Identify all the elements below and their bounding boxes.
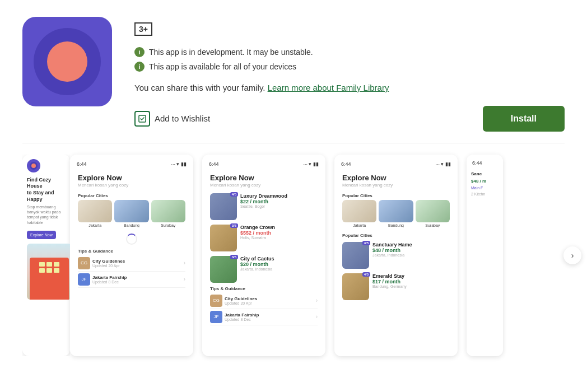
tip-arrow-3: › xyxy=(316,297,318,304)
popular-cities-3: Jakarta Bandung Surabay xyxy=(339,200,453,227)
family-share-text: You can share this with your family. Lea… xyxy=(134,82,565,95)
listing-item-s1: 4/5 Sanctuary Hame $48 / month Jakarta, … xyxy=(339,240,453,271)
right-detail1: Main F xyxy=(470,185,500,191)
window xyxy=(46,262,52,267)
listing-info-1: Luxury Dreamwood $22 / month Seattle, Bo… xyxy=(240,193,318,208)
age-badge: 3+ xyxy=(134,22,152,36)
listing-item-1: 4/5 Luxury Dreamwood $22 / month Seattle… xyxy=(207,191,321,222)
app-icon-container xyxy=(22,17,112,106)
city-img-s3 xyxy=(416,200,450,222)
tip-text-1: City Guidelines Updated 20 Apr xyxy=(92,259,181,268)
mini-subtext: Stop membuang banyak waktu pada tempat y… xyxy=(27,204,66,225)
window xyxy=(54,262,59,267)
mini-dot xyxy=(31,164,36,168)
info-item-1: i This app is in development. It may be … xyxy=(134,47,565,57)
icon-dot xyxy=(47,41,87,82)
wishlist-icon xyxy=(134,111,150,127)
app-icon xyxy=(22,17,112,106)
mini-headline: Find Cozy House to Stay and Happy xyxy=(27,177,66,203)
mini-app-logo xyxy=(27,159,40,172)
tip-icon-3: CG xyxy=(210,295,222,307)
phone-mockup-3: 6:44 ··· ▾ ▮▮ Explore Now Mencari kosan … xyxy=(334,155,458,356)
screenshot-card-3: 6:44 ··· ▾ ▮▮ Explore Now Mencari kosan … xyxy=(334,155,458,356)
phone-header-3: Explore Now Mencari kosan yang cozy xyxy=(339,171,453,191)
action-row: Add to Wishlist Install xyxy=(134,106,565,132)
window xyxy=(46,268,52,273)
listing-img-s2: 4/5 xyxy=(342,273,369,300)
info-icon-2: i xyxy=(134,62,145,72)
phone-mockup-2: 6:44 ··· ▾ ▮▮ Explore Now Mencari kosan … xyxy=(202,155,325,356)
listing-item-s2: 4/5 Emerald Stay $17 / month Bandung, Ge… xyxy=(339,271,453,302)
spinner xyxy=(126,234,137,245)
tip-text-2: Jakarta Fairship Updated 8 Dec xyxy=(92,275,181,284)
nav-arrow-right[interactable]: › xyxy=(563,246,581,264)
mini-building-image xyxy=(27,244,70,300)
popular-cities-1: Jakarta Bandung Surabay xyxy=(74,200,189,227)
icon-ring xyxy=(34,28,101,95)
city-img-jakarta xyxy=(78,200,112,222)
phone-mockup-1: 6:44 ··· ▾ ▮▮ Explore Now Mencari kosan … xyxy=(70,155,193,356)
tip-icon-1: CG xyxy=(78,257,90,269)
left-partial-content: Find Cozy House to Stay and Happy Stop m… xyxy=(22,155,70,356)
left-partial-card: Find Cozy House to Stay and Happy Stop m… xyxy=(22,155,70,356)
city-card-bandung-3: Bandung xyxy=(379,200,413,227)
right-listing-name: Sanc xyxy=(470,170,500,178)
install-button[interactable]: Install xyxy=(483,106,565,132)
city-img-b3 xyxy=(379,200,413,222)
tip-item-1: CG City Guidelines Updated 20 Apr › xyxy=(78,255,185,272)
window xyxy=(39,262,45,267)
listing-info-s2: Emerald Stay $17 / month Bandung, German… xyxy=(372,273,450,288)
listing-item-2: 3/5 Orange Crown $552 / month Holis, Sum… xyxy=(207,222,321,254)
city-card-surabay: Surabay xyxy=(151,200,185,227)
tip-text-3: City Guidelines Updated 20 Apr xyxy=(225,296,314,305)
city-card-bandung: Bandung xyxy=(114,200,148,227)
mini-cta-button[interactable]: Explore Now xyxy=(27,231,56,239)
listing-info-s1: Sanctuary Hame $48 / month Jakarta, Indo… xyxy=(372,242,450,257)
right-detail2: 2 Kitchn xyxy=(470,191,500,197)
phone-header-2: Explore Now Mencari kosan yang cozy xyxy=(207,171,321,191)
screenshots-container: Find Cozy House to Stay and Happy Stop m… xyxy=(0,143,587,367)
window xyxy=(54,268,59,273)
tip-item-4: JF Jakarta Fairship Updated 8 Dec › xyxy=(210,309,318,325)
city-card-jakarta-3: Jakarta xyxy=(342,200,376,227)
tip-item-3: CG City Guidelines Updated 20 Apr › xyxy=(210,293,318,309)
info-list: i This app is in development. It may be … xyxy=(134,47,565,72)
city-img-surabay xyxy=(151,200,185,222)
status-bar-right: 6:44 xyxy=(470,158,500,168)
listing-info-3: City of Cactus $20 / month Jakarta, Indo… xyxy=(240,256,318,271)
right-partial-card: 6:44 Sanc $48 / m Main F 2 Kitchn xyxy=(467,155,503,356)
city-img-bandung xyxy=(114,200,148,222)
mini-logo-inner xyxy=(30,162,38,170)
tips-section-1: Tips & Guidance CG City Guidelines Updat… xyxy=(74,248,189,289)
family-library-link[interactable]: Learn more about Family Library xyxy=(268,83,389,92)
city-img-3 xyxy=(342,200,376,222)
right-price: $48 / m xyxy=(470,178,500,185)
phone-header-1: Explore Now Mencari kosan yang cozy xyxy=(74,171,189,191)
tip-item-2: JF Jakarta Fairship Updated 8 Dec › xyxy=(78,272,185,288)
listing-img-2: 3/5 xyxy=(210,225,237,251)
tip-arrow-4: › xyxy=(316,314,318,320)
status-bar-2: 6:44 ··· ▾ ▮▮ xyxy=(207,159,321,169)
screenshots-section: Find Cozy House to Stay and Happy Stop m… xyxy=(0,143,587,367)
building-facade xyxy=(30,258,69,300)
add-to-wishlist-button[interactable]: Add to Wishlist xyxy=(134,111,210,127)
tip-icon-2: JF xyxy=(78,273,90,286)
tip-arrow-2: › xyxy=(184,276,185,282)
app-info: 3+ i This app is in development. It may … xyxy=(134,17,565,132)
status-bar-3: 6:44 ··· ▾ ▮▮ xyxy=(339,159,453,169)
app-detail-top: 3+ i This app is in development. It may … xyxy=(0,0,587,143)
right-partial-mockup: 6:44 Sanc $48 / m Main F 2 Kitchn xyxy=(467,155,503,356)
info-icon-1: i xyxy=(134,47,145,57)
tip-arrow-1: › xyxy=(184,260,185,266)
loading-spinner xyxy=(74,231,189,248)
listing-img-3: 3/5 xyxy=(210,256,237,283)
listing-info-2: Orange Crown $552 / month Holis, Sumatra xyxy=(240,225,318,240)
building-windows xyxy=(39,262,59,273)
screenshot-card-1: 6:44 ··· ▾ ▮▮ Explore Now Mencari kosan … xyxy=(70,155,193,356)
window xyxy=(39,268,45,273)
tip-text-4: Jakarta Fairship Updated 8 Dec xyxy=(225,312,314,321)
screenshot-card-2: 6:44 ··· ▾ ▮▮ Explore Now Mencari kosan … xyxy=(202,155,325,356)
city-card-jakarta: Jakarta xyxy=(78,200,112,227)
city-card-surabay-3: Surabay xyxy=(416,200,450,227)
listing-item-3: 3/5 City of Cactus $20 / month Jakarta, … xyxy=(207,254,321,285)
